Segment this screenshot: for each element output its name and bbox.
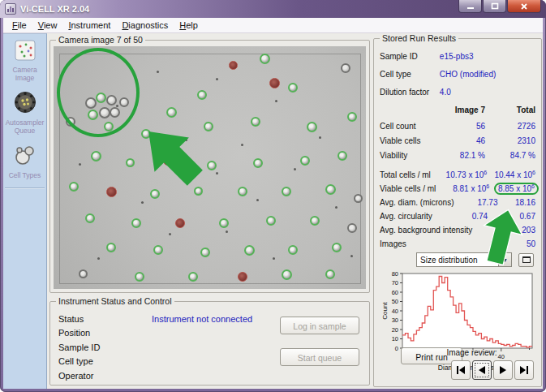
field-label: Cell type — [58, 356, 152, 366]
sidebar-item-autosampler-queue[interactable]: Autosampler Queue — [3, 85, 46, 138]
cell — [166, 107, 177, 118]
status-value: Instrument not connected — [152, 314, 252, 324]
cell — [91, 151, 101, 162]
cell — [310, 216, 320, 226]
first-image-button[interactable] — [451, 360, 471, 380]
cell-types-icon — [14, 144, 37, 170]
cell — [269, 78, 280, 88]
cell — [200, 248, 210, 257]
cell — [253, 158, 263, 168]
cell — [288, 83, 298, 93]
column-total: Total — [485, 106, 535, 114]
app-window: Vi-CELL XR 2.04 File View Instrument Dia… — [0, 0, 546, 392]
menu-diagnostics[interactable]: Diagnostics — [116, 19, 174, 32]
menu-help[interactable]: Help — [174, 19, 204, 32]
cell-type-value: CHO (modified) — [440, 70, 535, 79]
sidebar-item-cell-types[interactable]: Cell Types — [3, 138, 46, 183]
svg-text:Count: Count — [381, 302, 389, 320]
debris-speck — [350, 255, 353, 257]
start-queue-button[interactable]: Start queue — [280, 348, 359, 366]
table-row-highlighted: Viable cells / ml 8.81 x 106 8.85 x 106 — [380, 182, 535, 196]
field-label: Operator — [58, 371, 152, 381]
next-icon — [498, 365, 508, 375]
last-image-button[interactable] — [514, 360, 534, 380]
app-icon — [5, 3, 16, 15]
svg-text:70: 70 — [392, 279, 398, 286]
debris-speck — [157, 71, 159, 73]
cluster-highlight-ellipse — [57, 48, 140, 137]
cell — [325, 269, 335, 279]
menubar: File View Instrument Diagnostics Help — [3, 18, 543, 33]
sidebar: Camera Image Autosampler Queue Cell Type… — [3, 33, 47, 389]
cell — [229, 61, 238, 70]
green-arrow-annotation-icon — [133, 121, 219, 199]
cell — [188, 272, 198, 282]
camera-image-panel: Camera image 7 of 50 — [49, 40, 370, 293]
svg-text:30: 30 — [392, 317, 398, 324]
svg-text:80: 80 — [392, 270, 398, 278]
debris-speck — [319, 136, 321, 139]
skip-to-last-icon — [519, 365, 529, 375]
cell — [197, 90, 207, 100]
titlebar[interactable]: Vi-CELL XR 2.04 — [0, 0, 546, 18]
sidebar-label-autosampler-queue: Autosampler Queue — [5, 118, 45, 135]
cell — [244, 245, 255, 256]
previous-icon — [477, 365, 487, 375]
sidebar-label-camera-image: Camera Image — [5, 66, 45, 82]
camera-panel-title: Camera image 7 of 50 — [56, 35, 145, 45]
cell — [260, 54, 270, 64]
results-body: Sample ID e15-pbs3 Cell type CHO (modifi… — [380, 47, 535, 383]
instrument-status-panel: Instrument Status and Control Status Ins… — [49, 301, 370, 386]
menu-instrument[interactable]: Instrument — [62, 19, 116, 32]
results-panel-title: Stored Run Results — [380, 33, 458, 43]
column-image7: Image 7 — [427, 106, 485, 114]
dilution-factor-value: 4.0 — [440, 88, 535, 97]
camera-image-icon — [15, 40, 36, 64]
debris-speck — [273, 257, 275, 260]
sidebar-item-camera-image[interactable]: Camera Image — [3, 34, 46, 85]
menu-file[interactable]: File — [6, 19, 32, 32]
field-label: Sample ID — [58, 342, 152, 352]
log-in-sample-button[interactable]: Log in sample — [280, 317, 359, 334]
sample-id-value: e15-pbs3 — [440, 52, 535, 61]
cell — [79, 269, 88, 278]
table-row: Viable cells 46 2310 — [380, 133, 535, 148]
field-label: Status — [58, 314, 152, 324]
close-button[interactable] — [507, 0, 541, 13]
table-row: Viability 82.1 % 84.7 % — [380, 148, 535, 162]
result-info-row: Cell type CHO (modified) — [380, 65, 535, 83]
field-label: Position — [58, 328, 152, 338]
cell — [300, 156, 310, 166]
previous-image-button[interactable] — [472, 360, 492, 380]
window-title: Vi-CELL XR 2.04 — [20, 4, 89, 14]
minimize-button[interactable] — [458, 0, 482, 13]
svg-text:60: 60 — [392, 289, 398, 296]
status-panel-title: Instrument Status and Control — [56, 296, 174, 306]
camera-image-view[interactable] — [54, 46, 366, 289]
result-info-row: Dilution factor 4.0 — [380, 83, 535, 101]
table-row: Total cells / ml 10.73 x 106 10.44 x 106 — [380, 168, 535, 182]
results-bottom-controls: Print run Image review: — [380, 346, 535, 381]
cell — [354, 194, 363, 203]
results-table-header: Image 7 Total — [380, 101, 535, 118]
cell — [288, 245, 298, 255]
sidebar-label-cell-types: Cell Types — [5, 171, 45, 179]
menu-view[interactable]: View — [32, 19, 63, 32]
highlighted-value-box: 8.85 x 106 — [494, 183, 539, 195]
cell — [347, 112, 357, 122]
expand-chart-button[interactable] — [518, 253, 534, 267]
skip-to-first-icon — [456, 365, 466, 375]
stored-run-results-panel: Stored Run Results Sample ID e15-pbs3 Ce… — [373, 38, 542, 387]
next-image-button[interactable] — [493, 360, 513, 380]
autosampler-queue-icon — [14, 91, 37, 117]
window-icon — [522, 256, 531, 263]
svg-text:40: 40 — [392, 308, 398, 315]
cell — [332, 243, 342, 252]
result-info-row: Sample ID e15-pbs3 — [380, 47, 535, 65]
debris-speck — [79, 163, 81, 166]
sidebar-divider — [5, 187, 45, 189]
table-row: Cell count 56 2726 — [380, 118, 535, 133]
cell — [337, 151, 347, 161]
maximize-button[interactable] — [483, 0, 506, 13]
cell — [85, 213, 95, 223]
